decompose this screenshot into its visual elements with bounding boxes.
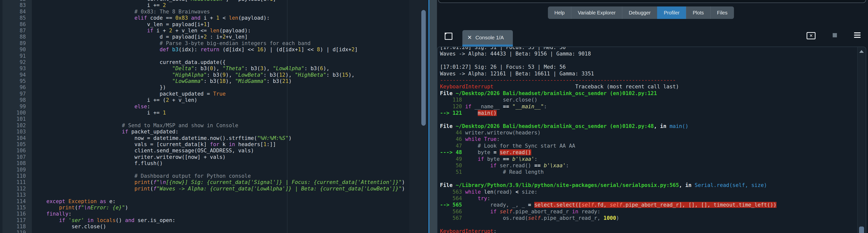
editor-code-line[interactable]: f.flush() [34, 160, 405, 167]
editor-code-line[interactable]: writer.writerow([now] + vals) [34, 154, 405, 160]
line-number: 98 [2, 97, 32, 103]
line-number: 97 [2, 91, 32, 97]
editor-code-line[interactable]: d = payload[i+2 : i+2+v_len] [34, 34, 405, 40]
tab-profiler[interactable]: Profiler [657, 6, 686, 19]
editor-code-line[interactable]: print(f"\nError: {e}") [34, 205, 405, 211]
console-line: KeyboardInterrupt: [440, 228, 856, 233]
line-number: 94 [2, 72, 32, 78]
console-scrollbar-thumb[interactable] [859, 227, 864, 233]
line-number: 85 [2, 15, 32, 21]
editor-code-line[interactable]: print(f"\n[{now}] Sig: {current_data['Si… [34, 179, 405, 185]
editor-code-line[interactable] [34, 116, 405, 122]
options-menu-icon[interactable] [854, 32, 861, 38]
line-number: 107 [2, 154, 32, 160]
console-line [440, 116, 856, 123]
editor-code-line[interactable]: current_data["Meditation"] = payload[i+1… [34, 0, 405, 2]
browse-tabs-icon[interactable] [445, 33, 453, 40]
console-line: 567 os.read(self.pipe_abort_read_r, 1000… [440, 215, 856, 221]
editor-code-line[interactable]: "Delta": b3(0), "Theta": b3(3), "LowAlph… [34, 65, 405, 72]
editor-code-line[interactable]: # Dashboard output for Python console [34, 173, 405, 179]
line-number: 112 [2, 186, 32, 192]
editor-code-line[interactable]: except Exception as e: [34, 198, 405, 205]
tab-files[interactable]: Files [710, 6, 734, 19]
editor-code-line[interactable]: "LowGamma": b3(18), "MidGamma": b3(21) [34, 78, 405, 84]
scroll-up-arrow-icon[interactable] [859, 50, 864, 53]
console-line: --> 121 main() [440, 110, 856, 116]
console-line: 563 while len(read) < size: [440, 189, 856, 195]
line-number: 110 [2, 173, 32, 179]
console-line: 46 while True: [440, 136, 856, 142]
console-line: 51 # Read length [440, 169, 856, 175]
editor-code-line[interactable]: client.send_message(OSC_ADDRESS, vals) [34, 148, 405, 154]
remove-all-variables-icon[interactable]: ✕ [807, 32, 815, 39]
console-line: ----------------------------------------… [440, 77, 856, 83]
editor-code-line[interactable] [34, 230, 405, 233]
editor-code-line[interactable]: def b3(idx): return (d[idx] << 16) | (d[… [34, 47, 405, 53]
line-number: 119 [2, 230, 32, 233]
tab-plots[interactable]: Plots [686, 6, 710, 19]
editor-code-line[interactable]: "HighAlpha": b3(9), "LowBeta": b3(12), "… [34, 72, 405, 78]
editor-scrollbar-track[interactable] [409, 0, 427, 233]
editor-code-line[interactable]: i += 1 [34, 110, 405, 116]
console-line: 44 writer.writerow(headers) [440, 129, 856, 136]
editor-code-line[interactable]: # Parse 3-byte big-endian integers for e… [34, 40, 405, 47]
editor-code-line[interactable]: now = datetime.datetime.now().strftime("… [34, 135, 405, 141]
editor-code-line[interactable]: finally: [34, 211, 405, 217]
console-tab[interactable]: ✕ Console 1/A [462, 30, 513, 47]
console-output-frame[interactable]: [17:01:26] Sig: 51 | Focus: 55 | Med: 50… [437, 47, 866, 233]
tab-variable-explorer[interactable]: Variable Explorer [571, 6, 622, 19]
editor-code-line[interactable] [34, 192, 405, 198]
editor-gutter: 8283848586878889909192939495969798991001… [2, 0, 32, 233]
tab-debugger[interactable]: Debugger [622, 6, 657, 19]
editor-code-line[interactable]: # Send to Max/MSP and show in Console [34, 122, 405, 129]
editor-code-line[interactable]: else: [34, 104, 405, 110]
editor-code-area[interactable]: current_data["Meditation"] = payload[i+1… [32, 0, 408, 233]
editor-code-line[interactable]: if packet_updated: [34, 129, 405, 135]
editor-code-line[interactable]: }) [34, 84, 405, 91]
editor-code-line[interactable]: packet_updated = True [34, 91, 405, 97]
console-line [440, 175, 856, 182]
close-icon[interactable]: ✕ [467, 35, 472, 40]
editor-pane[interactable]: 8283848586878889909192939495969798991001… [0, 0, 428, 233]
line-number: 103 [2, 129, 32, 135]
editor-flag-strip [0, 0, 2, 233]
line-number: 95 [2, 78, 32, 84]
console-scrollbar-track[interactable] [857, 47, 866, 233]
tab-help[interactable]: Help [548, 6, 571, 19]
line-number: 100 [2, 110, 32, 116]
editor-code-line[interactable] [34, 167, 405, 173]
console-line: [17:01:27] Sig: 26 | Focus: 53 | Med: 56 [440, 64, 856, 70]
editor-code-line[interactable]: if 'ser' in locals() and ser.is_open: [34, 217, 405, 224]
line-number: 84 [2, 9, 32, 15]
editor-code-line[interactable]: print(f"Waves -> Alpha: {current_data['L… [34, 186, 405, 192]
editor-code-line[interactable]: i += (2 + v_len) [34, 97, 405, 103]
line-number: 118 [2, 224, 32, 230]
editor-code-line[interactable] [34, 53, 405, 59]
line-number: 114 [2, 198, 32, 205]
console-line [440, 222, 856, 228]
editor-code[interactable]: current_data["Meditation"] = payload[i+1… [34, 0, 405, 233]
editor-code-line[interactable]: v_len = payload[i+1] [34, 21, 405, 28]
console-tab-label: Console 1/A [475, 35, 504, 40]
console-line: 47 # Look for the Sync start AA AA [440, 143, 856, 149]
console-line: File ~/Desktop/2026 Bali/headset/brainli… [440, 123, 856, 129]
console-output[interactable]: [17:01:26] Sig: 51 | Focus: 55 | Med: 50… [440, 47, 856, 233]
interrupt-kernel-icon[interactable] [833, 33, 837, 37]
editor-code-line[interactable]: current_data.update({ [34, 59, 405, 65]
console-line: 566 if self.pipe_abort_read_r in ready: [440, 208, 856, 215]
console-line: 120 if __name__ == "__main__": [440, 103, 856, 110]
editor-code-line[interactable]: vals = [current_data[k] for k in headers… [34, 141, 405, 148]
line-number: 101 [2, 116, 32, 122]
editor-code-line[interactable]: if i + 2 + v_len <= len(payload): [34, 28, 405, 34]
line-number: 116 [2, 211, 32, 217]
editor-scrollbar-thumb[interactable] [421, 10, 426, 126]
editor-code-line[interactable]: elif code == 0x83 and i + 1 < len(payloa… [34, 15, 405, 21]
console-line: 564 try: [440, 195, 856, 202]
spyder-window: 8283848586878889909192939495969798991001… [0, 0, 868, 233]
editor-code-line[interactable]: i += 2 [34, 2, 405, 8]
editor-code-line[interactable]: ser.close() [34, 224, 405, 230]
line-number: 108 [2, 160, 32, 167]
editor-code-line[interactable]: # 0x83: The 8 Brainwaves [34, 9, 405, 15]
line-number: 99 [2, 104, 32, 110]
line-number: 96 [2, 84, 32, 91]
